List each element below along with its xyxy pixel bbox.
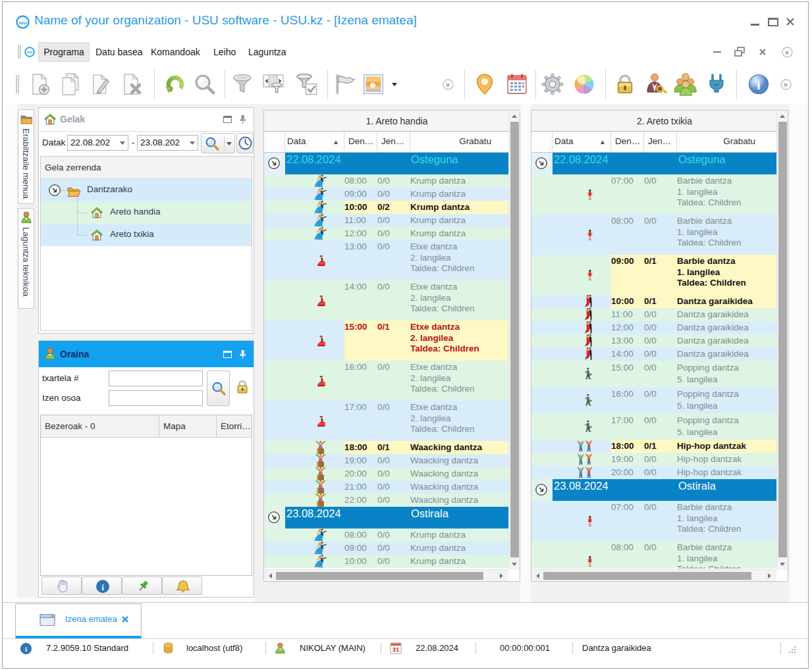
svg-text:i: i	[757, 78, 760, 92]
svg-text:usu: usu	[18, 20, 26, 25]
svg-text:usu: usu	[26, 50, 32, 54]
svg-text:31: 31	[392, 646, 400, 653]
svg-text:i: i	[101, 582, 104, 592]
svg-text:i: i	[25, 645, 27, 653]
